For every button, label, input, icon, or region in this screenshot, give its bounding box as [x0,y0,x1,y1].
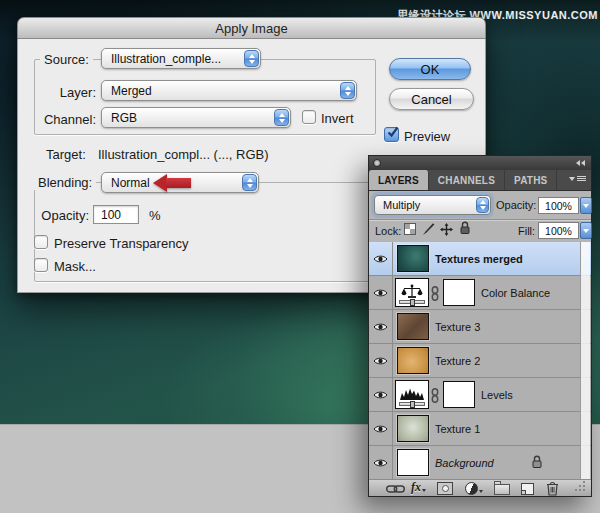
lock-label: Lock: [375,225,401,237]
layer-row-texture-3[interactable]: Texture 3 [369,310,591,344]
invert-checkbox[interactable] [302,110,316,124]
collapse-panel-icon[interactable] [576,160,585,166]
layer-thumbnail[interactable] [397,245,429,272]
visibility-toggle[interactable] [369,344,393,377]
stepper-arrows-icon [340,82,355,99]
layer-select[interactable]: Merged [101,80,357,101]
layer-name[interactable]: Levels [481,389,513,401]
cancel-button-label: Cancel [411,92,451,107]
blend-mode-value: Multiply [383,199,420,211]
dialog-title: Apply Image [215,21,287,36]
cancel-button[interactable]: Cancel [389,88,474,110]
opacity-dropdown-icon[interactable] [580,197,592,214]
lock-position-move-icon[interactable] [440,222,453,240]
screenshot-root: 思缘设计论坛 WWW.MISSYUAN.COM Apply Image Sour… [0,0,600,513]
stepper-arrows-icon [242,174,257,191]
delete-layer-trash-icon[interactable] [546,481,559,496]
add-layer-mask-icon[interactable] [437,482,453,495]
layer-name[interactable]: Texture 3 [435,321,480,333]
stepper-arrows-icon [476,197,489,213]
preserve-transparency-label: Preserve Transparency [54,236,188,251]
layer-label: Layer: [34,85,96,100]
panel-close-icon[interactable] [373,159,381,167]
adjustment-slider-icon [399,300,425,304]
source-select[interactable]: Illustration_comple... [101,48,261,69]
fill-label: Fill: [518,225,535,237]
layer-thumbnail[interactable] [397,415,429,442]
layer-thumbnail[interactable] [397,347,429,374]
source-label: Source: [40,52,93,67]
tab-paths[interactable]: PATHS [505,170,557,190]
mask-checkbox[interactable] [34,258,48,272]
lock-transparency-icon[interactable] [404,223,416,235]
panel-opacity-field[interactable]: 100% [538,197,579,214]
layers-scrollbar[interactable] [580,242,590,479]
mask-label: Mask... [54,259,96,274]
layer-thumbnail[interactable] [397,449,429,476]
layer-row-color-balance[interactable]: Color Balance [369,276,591,310]
preserve-transparency-checkbox[interactable] [34,235,48,249]
visibility-toggle[interactable] [369,412,393,445]
fill-value: 100% [545,225,572,237]
layer-thumbnail[interactable] [397,313,429,340]
panel-opacity-value: 100% [545,200,572,212]
preview-label: Preview [404,129,450,144]
tab-layers[interactable]: LAYERS [369,170,429,190]
layer-mask-thumbnail[interactable] [443,381,475,408]
visibility-toggle[interactable] [369,310,393,343]
visibility-toggle[interactable] [369,276,393,309]
link-layers-icon[interactable] [386,484,405,494]
visibility-toggle[interactable] [369,242,393,275]
source-select-value: Illustration_comple... [111,52,221,66]
blend-mode-select[interactable]: Multiply [374,195,491,215]
layer-style-fx-icon[interactable]: fx [411,480,426,495]
layer-name[interactable]: Texture 1 [435,423,480,435]
ok-button[interactable]: OK [389,58,471,80]
stepper-arrows-icon [244,50,259,67]
mask-link-icon[interactable] [431,388,439,407]
visibility-toggle[interactable] [369,446,393,479]
panel-menu-icon[interactable] [569,176,586,181]
mask-link-icon[interactable] [431,286,439,305]
new-group-folder-icon[interactable] [494,484,510,495]
panel-titlebar[interactable] [369,156,591,170]
fill-dropdown-icon[interactable] [580,222,592,239]
opacity-unit-label: % [149,208,161,223]
layer-row-levels[interactable]: Levels [369,378,591,412]
new-adjustment-layer-icon[interactable] [465,482,483,495]
target-value: Illustration_compl... (..., RGB) [98,147,269,162]
panel-controls: Multiply Opacity: 100% Lock: [369,192,591,242]
layer-row-texture-1[interactable]: Texture 1 [369,412,591,446]
layer-row-textures-merged[interactable]: Textures merged [369,242,591,276]
preview-checkbox[interactable] [384,127,399,142]
eye-icon [373,322,388,332]
panel-resize-grip[interactable] [575,489,577,491]
eye-icon [373,356,388,366]
layer-row-background[interactable]: Background [369,446,591,479]
layer-name[interactable]: Background [435,457,494,469]
eye-icon [373,288,388,298]
visibility-toggle[interactable] [369,378,393,411]
dialog-titlebar[interactable]: Apply Image [17,17,486,39]
channel-select[interactable]: RGB [101,107,291,128]
layer-name[interactable]: Texture 2 [435,355,480,367]
levels-adjustment-icon[interactable] [395,380,429,409]
lock-pixels-brush-icon[interactable] [422,222,435,240]
eye-icon [373,390,388,400]
check-mark-icon [386,125,400,139]
color-balance-adjustment-icon[interactable] [395,278,429,307]
tab-channels[interactable]: CHANNELS [429,170,505,190]
layer-name[interactable]: Textures merged [435,253,523,265]
layer-mask-thumbnail[interactable] [443,279,475,306]
lock-all-padlock-icon[interactable] [459,221,471,239]
layer-name[interactable]: Color Balance [481,287,550,299]
layers-list: Textures merged [369,242,591,479]
invert-label: Invert [321,111,354,126]
channel-label: Channel: [34,112,96,127]
opacity-input[interactable]: 100 [93,205,139,224]
layer-row-texture-2[interactable]: Texture 2 [369,344,591,378]
new-layer-icon[interactable] [521,483,534,495]
tab-layers-label: LAYERS [378,175,419,186]
panel-opacity-label: Opacity: [496,199,536,211]
fill-field[interactable]: 100% [538,222,579,239]
